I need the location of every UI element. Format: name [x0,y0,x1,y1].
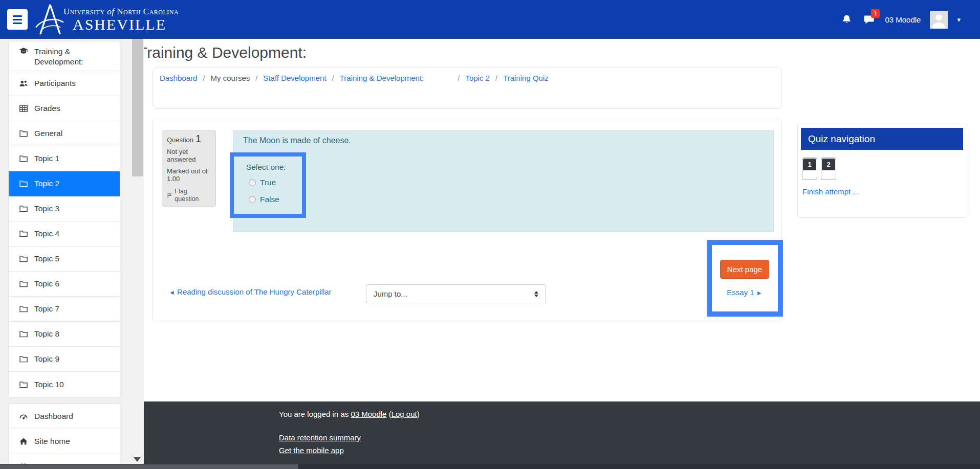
breadcrumb-staff-development[interactable]: Staff Development [263,74,326,82]
logo-line2: ASHEVILLE [73,16,179,33]
user-avatar[interactable] [930,11,948,29]
sidebar-item-label: Topic 8 [34,329,59,339]
breadcrumb-my-courses: My courses [211,74,250,82]
question-status: Not yet answered [167,148,211,163]
sidebar-item-participants[interactable]: Participants [9,71,120,96]
breadcrumb-topic-2[interactable]: Topic 2 [465,74,490,82]
sidebar-item-label: Topic 10 [34,380,64,389]
question-text: The Moon is made of cheese. [243,136,351,145]
mobile-app-link[interactable]: Get the mobile app [279,446,344,455]
sidebar-item-label: Dashboard [34,412,73,421]
sidebar-item-label: Topic 4 [34,229,59,238]
sidebar-item-topic-7[interactable]: Topic 7 [9,297,120,322]
notifications-bell-icon[interactable] [840,13,853,26]
jump-to-select[interactable]: Jump to... [366,284,546,303]
sidebar-item-topic-9[interactable]: Topic 9 [9,347,120,372]
annotation-box-next-page [707,240,783,317]
nav-drawer: Training & Development: Participants Gra… [0,39,120,464]
horizontal-scrollbar-track[interactable] [0,464,980,469]
finish-attempt-link[interactable]: Finish attempt ... [802,187,859,196]
quiz-navigation-header: Quiz navigation [801,128,963,150]
sidebar-item-label: Topic 9 [34,354,59,364]
page-title: Training & Development: [138,44,307,61]
sidebar-item-topic-8[interactable]: Topic 8 [9,322,120,347]
breadcrumb-training-quiz[interactable]: Training Quiz [503,74,549,82]
sidebar-item-label: Training & Development: [34,47,116,67]
sidebar-item-course[interactable]: Training & Development: [9,41,120,71]
page-footer: You are logged in as 03 Moodle (Log out)… [144,401,980,464]
hamburger-menu-button[interactable] [7,9,28,30]
logged-in-line: You are logged in as 03 Moodle (Log out) [279,410,420,418]
question-formulation [233,130,774,232]
question-info-box: Question1 Not yet answered Marked out of… [162,130,216,207]
sidebar-item-topic-1[interactable]: Topic 1 [9,146,120,171]
navbar-right-group: 1 03 Moodle ▾ [840,0,961,39]
sidebar-item-label: Topic 5 [34,254,59,263]
top-navbar: University of North Carolina ASHEVILLE 1… [0,0,980,39]
sidebar-item-label: General [34,129,62,138]
sidebar-item-label: Topic 7 [34,304,59,314]
question-marks: Marked out of 1.00 [167,167,211,183]
unca-logo-text[interactable]: University of North Carolina ASHEVILLE [63,7,179,33]
sidebar-item-site-home[interactable]: Site home [9,429,120,454]
select-arrows-icon [534,291,538,297]
data-retention-link[interactable]: Data retention summary [279,433,361,442]
sidebar-item-calendar[interactable]: Calendar [9,454,120,464]
sidebar-item-topic-5[interactable]: Topic 5 [9,247,120,272]
course-nav-card: Training & Development: Participants Gra… [8,41,120,397]
sidebar-item-topic-10[interactable]: Topic 10 [9,372,120,397]
breadcrumb-course[interactable]: Training & Development: [340,74,424,82]
messages-icon[interactable]: 1 [862,13,876,26]
sidebar-item-label: Participants [34,79,76,88]
sidebar-item-label: Grades [34,104,60,113]
sidebar-item-grades[interactable]: Grades [9,96,120,121]
question-nav-number: 2 [822,159,835,170]
scrollbar-down-arrow-icon[interactable] [134,457,141,462]
breadcrumb-dashboard[interactable]: Dashboard [160,74,197,82]
sidebar-item-topic-2[interactable]: Topic 2 [9,171,120,196]
jump-to-value: Jump to... [374,289,407,298]
breadcrumb-separator: / [203,74,205,82]
sidebar-item-topic-4[interactable]: Topic 4 [9,221,120,247]
question-nav-button-2[interactable]: 2 [821,158,836,180]
sidebar-item-label: Site home [34,437,70,446]
question-number: 1 [195,133,201,144]
unca-logo-icon[interactable] [35,3,64,38]
sidebar-item-dashboard[interactable]: Dashboard [9,404,120,429]
sidebar-item-label: Topic 1 [34,154,59,163]
sidebar-item-topic-6[interactable]: Topic 6 [9,272,120,297]
logout-link[interactable]: Log out [391,410,417,418]
question-number-line: Question1 [167,135,211,144]
user-menu-caret-icon[interactable]: ▾ [957,16,961,24]
question-label: Question [167,136,193,144]
sidebar-item-general[interactable]: General [9,121,120,146]
breadcrumb-separator: / [332,74,334,82]
logo-line1: University of North Carolina [63,7,179,17]
breadcrumb-separator: / [255,74,257,82]
username-label: 03 Moodle [885,15,921,24]
unread-messages-badge: 1 [871,9,880,18]
sidebar-item-label: Topic 2 [34,179,59,188]
question-nav-number: 1 [803,159,816,170]
breadcrumb-separator: / [458,74,460,82]
site-nav-card: Dashboard Site home Calendar [8,404,120,464]
horizontal-scrollbar-thumb[interactable] [0,464,298,469]
flag-icon [167,192,172,199]
previous-activity-link[interactable]: ◄ Reading discussion of The Hungry Cater… [169,287,332,296]
prev-arrow-icon: ◄ [169,289,175,296]
sidebar-item-label: Topic 3 [34,204,59,213]
flag-question-link[interactable]: Flag question [167,188,211,203]
sidebar-item-label: Topic 6 [34,279,59,288]
sidebar-item-topic-3[interactable]: Topic 3 [9,196,120,221]
question-nav-button-1[interactable]: 1 [802,158,817,180]
logged-in-user-link[interactable]: 03 Moodle [351,410,386,418]
drawer-scrollbar-thumb[interactable] [132,39,143,176]
breadcrumb-separator: / [495,74,497,82]
breadcrumb: Dashboard / My courses / Staff Developme… [160,74,549,82]
annotation-box-select-one [230,152,306,218]
